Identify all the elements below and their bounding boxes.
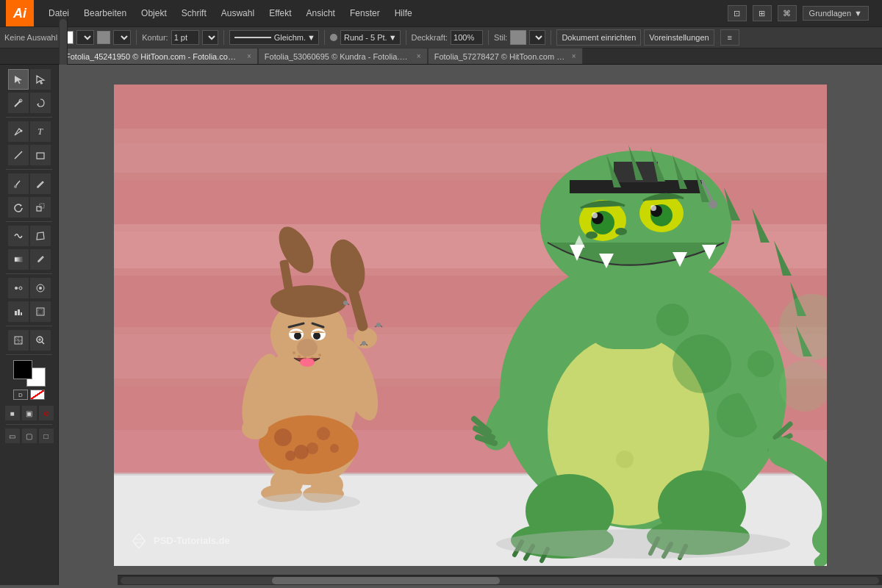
tab-label-2: Fotolia_57278427 © HitToon.com - Fotolia… (434, 52, 567, 61)
extras-btn[interactable]: ≡ (720, 29, 739, 46)
magic-wand-btn[interactable] (8, 93, 29, 113)
menu-hilfe[interactable]: Hilfe (387, 5, 420, 21)
lasso-btn[interactable] (30, 93, 51, 113)
svg-point-130 (496, 529, 790, 559)
type-btn[interactable]: T (30, 121, 51, 142)
pen-btn[interactable] (8, 121, 29, 142)
menu-auswahl[interactable]: Auswahl (214, 5, 262, 21)
foreground-color-swatch[interactable] (13, 360, 32, 379)
menu-objekt[interactable]: Objekt (134, 5, 174, 21)
svg-line-25 (42, 342, 44, 344)
svg-point-73 (343, 301, 348, 305)
watermark-text: PSD-Tutorials.de (154, 535, 230, 546)
none-swatch[interactable] (30, 390, 45, 400)
tabs-area: Fotolia_45241950 © HitToon.com - Fotolia… (0, 49, 882, 65)
horizontal-scrollbar-thumb[interactable] (272, 577, 500, 584)
svg-point-54 (294, 332, 301, 340)
svg-point-43 (274, 429, 292, 446)
menu-fenster[interactable]: Fenster (343, 5, 387, 21)
eyedropper-btn[interactable] (30, 249, 51, 270)
menubar: Ai Datei Bearbeiten Objekt Schrift Auswa… (0, 0, 882, 26)
blend-btn[interactable] (8, 278, 29, 298)
rect-btn[interactable] (30, 145, 51, 165)
cap-dropdown[interactable]: Rund - 5 Pt. ▼ (340, 30, 401, 45)
arrange-btn[interactable]: ⊞ (753, 5, 772, 21)
menu-ansicht[interactable]: Ansicht (299, 5, 343, 21)
deckkraft-input[interactable] (451, 30, 483, 45)
svg-point-131 (616, 451, 634, 468)
gradient-btn[interactable] (8, 249, 29, 270)
svg-point-102 (656, 304, 689, 336)
full-screen-btn[interactable]: □ (39, 429, 54, 443)
fill-select[interactable] (76, 30, 94, 45)
svg-point-66 (354, 328, 377, 348)
svg-point-58 (293, 351, 295, 354)
artboard-btn[interactable] (30, 301, 51, 322)
screen-mode-btn[interactable]: ⊡ (728, 5, 747, 21)
paintbrush-btn[interactable] (8, 173, 29, 194)
menu-effekt[interactable]: Effekt (262, 5, 298, 21)
normal-screen-btn[interactable]: ▭ (5, 429, 20, 443)
menu-schrift[interactable]: Schrift (174, 5, 214, 21)
canvas-area[interactable]: PSD-Tutorials.de (59, 65, 882, 585)
gradient-mode-btn[interactable]: ▣ (22, 406, 37, 420)
menu-bearbeiten[interactable]: Bearbeiten (76, 5, 134, 21)
svg-point-7 (14, 185, 17, 188)
tab-0[interactable]: Fotolia_45241950 © HitToon.com - Fotolia… (59, 48, 258, 64)
svg-point-75 (362, 341, 366, 345)
svg-point-65 (242, 417, 268, 440)
default-colors-btn[interactable]: D (13, 390, 28, 400)
warp-btn[interactable] (8, 226, 29, 246)
free-distort-btn[interactable] (30, 226, 51, 246)
svg-point-92 (650, 205, 656, 211)
tab-close-0[interactable]: × (247, 52, 251, 60)
tab-2[interactable]: Fotolia_57278427 © HitToon.com - Fotolia… (428, 48, 583, 64)
cs-btn[interactable]: ⌘ (778, 5, 797, 21)
workspace-btn[interactable]: Grundlagen ▼ (803, 6, 869, 21)
kontur-unit[interactable] (202, 30, 218, 45)
tab-close-1[interactable]: × (417, 52, 421, 60)
voreinstellungen-btn[interactable]: Voreinstellungen (644, 29, 714, 46)
svg-point-59 (298, 355, 301, 358)
horizontal-scrollbar[interactable] (118, 575, 882, 585)
tab-1[interactable]: Fotolia_53060695 © Kundra - Fotolia.com.… (258, 48, 428, 64)
cap-indicator (330, 34, 337, 41)
rotate-btn[interactable] (8, 197, 29, 218)
svg-point-17 (39, 287, 42, 290)
artwork-svg (114, 85, 827, 566)
svg-marker-11 (37, 232, 44, 240)
svg-rect-18 (15, 311, 17, 315)
svg-point-48 (330, 444, 339, 453)
color-mode-btn[interactable]: ■ (5, 406, 20, 420)
svg-point-100 (673, 334, 731, 393)
full-screen-menu-btn[interactable]: ▢ (22, 429, 37, 443)
direct-select-tool-btn[interactable] (30, 69, 51, 90)
kontur-input[interactable] (171, 30, 199, 45)
svg-marker-1 (37, 76, 44, 84)
svg-point-56 (297, 339, 318, 356)
horizontal-scrollbar-track[interactable] (121, 577, 879, 584)
line-btn[interactable] (8, 145, 29, 165)
scale-btn[interactable] (30, 197, 51, 218)
stroke-swatch[interactable] (97, 31, 110, 44)
dokument-btn[interactable]: Dokument einrichten (556, 29, 641, 46)
left-toolbar: T (0, 65, 59, 585)
svg-point-45 (317, 427, 330, 440)
artwork-canvas: PSD-Tutorials.de (114, 85, 827, 566)
symbol-btn[interactable] (30, 278, 51, 298)
stroke-style-dropdown[interactable]: Gleichm. ▼ (229, 30, 319, 45)
slice-btn[interactable] (8, 330, 29, 351)
none-mode-btn[interactable]: ⊘ (39, 406, 54, 420)
select-tool-btn[interactable] (8, 69, 29, 90)
main-area: T (0, 65, 882, 585)
tab-close-2[interactable]: × (572, 52, 576, 60)
graph-btn[interactable] (8, 301, 29, 322)
zoom-btn[interactable] (30, 330, 51, 351)
stroke-select[interactable] (113, 30, 131, 45)
stil-swatch[interactable] (510, 30, 526, 45)
stil-select[interactable] (529, 30, 545, 45)
svg-rect-9 (37, 207, 41, 211)
svg-rect-20 (21, 312, 22, 315)
canvas-wrapper: PSD-Tutorials.de (114, 85, 827, 566)
pencil-btn[interactable] (30, 173, 51, 194)
